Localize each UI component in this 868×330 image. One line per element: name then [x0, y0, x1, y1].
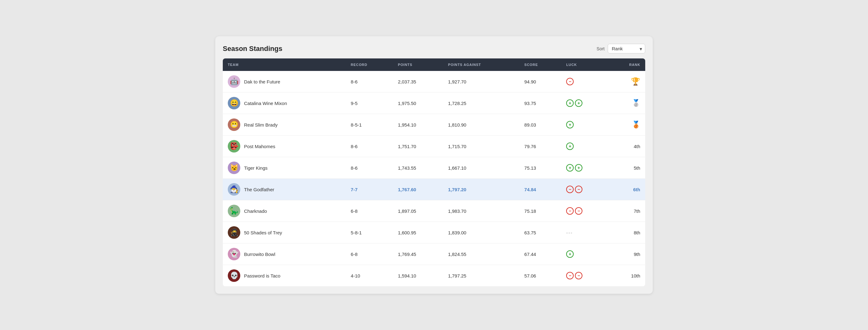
rank-cell: 10th	[608, 265, 645, 287]
rank-text: 6th	[633, 187, 641, 192]
sort-select[interactable]: Rank Points Record	[608, 44, 645, 54]
record-cell: 8-6	[346, 71, 393, 92]
table-row[interactable]: 👺 Post Mahomes 8-6 1,751.70 1,715.70 79.…	[223, 136, 645, 157]
rank-trophy-silver: 🥈	[632, 99, 640, 107]
score-cell: 94.90	[519, 71, 561, 92]
points-cell: 1,594.10	[393, 265, 443, 287]
team-name: The Godfather	[244, 187, 274, 192]
team-cell: 👻 Burrowito Bowl	[223, 243, 346, 265]
standings-table: TEAM RECORD POINTS POINTS AGAINST SCORE …	[223, 58, 645, 286]
avatar: 😬	[228, 118, 240, 131]
luck-cell: ++	[566, 164, 603, 172]
rank-text: 4th	[634, 144, 640, 149]
team-name: Tiger Kings	[244, 165, 268, 171]
table-row[interactable]: 👻 Burrowito Bowl 6-8 1,769.45 1,824.55 6…	[223, 243, 645, 265]
points-against-cell: 1,715.70	[443, 136, 519, 157]
col-record: RECORD	[346, 58, 393, 71]
table-row[interactable]: 🧙‍♂️ The Godfather 7-7 1,767.60 1,797.20…	[223, 179, 645, 200]
luck-minus-icon: −	[575, 272, 582, 279]
col-score: SCORE	[519, 58, 561, 71]
luck-dash: ---	[566, 230, 573, 235]
score-cell: 75.13	[519, 157, 561, 179]
team-cell: 😼 Tiger Kings	[223, 157, 346, 179]
table-header: TEAM RECORD POINTS POINTS AGAINST SCORE …	[223, 58, 645, 71]
luck-td: −−	[561, 179, 608, 200]
luck-cell: +	[566, 143, 603, 150]
rank-cell: 7th	[608, 200, 645, 222]
rank-text: 7th	[634, 208, 640, 214]
page-title: Season Standings	[223, 45, 282, 53]
points-against-cell: 1,983.70	[443, 200, 519, 222]
luck-minus-icon: −	[566, 207, 574, 215]
rank-text: 5th	[634, 165, 640, 171]
rank-text: 9th	[634, 251, 640, 257]
avatar: 🦕	[228, 205, 240, 217]
team-name: Dak to the Future	[244, 79, 280, 84]
rank-cell: 🥈	[608, 92, 645, 114]
sort-controls: Sort Rank Points Record	[596, 44, 645, 54]
points-cell: 1,897.05	[393, 200, 443, 222]
table-row[interactable]: 🥷 50 Shades of Trey 5-8-1 1,600.95 1,839…	[223, 222, 645, 243]
team-cell: 🤖 Dak to the Future	[223, 71, 346, 92]
record-cell: 9-5	[346, 92, 393, 114]
avatar: 😄	[228, 97, 240, 109]
team-cell: 💀 Password is Taco	[223, 265, 346, 287]
team-name: Burrowito Bowl	[244, 251, 275, 257]
avatar: 💀	[228, 269, 240, 282]
rank-trophy-gold: 🏆	[631, 77, 640, 86]
team-cell: 😬 Real Slim Brady	[223, 114, 346, 136]
team-cell: 🦕 Charknado	[223, 200, 346, 222]
points-cell: 1,769.45	[393, 243, 443, 265]
team-name: 50 Shades of Trey	[244, 230, 282, 235]
luck-cell: +	[566, 121, 603, 128]
team-cell: 🥷 50 Shades of Trey	[223, 222, 346, 243]
team-name: Catalina Wine Mixon	[244, 101, 287, 106]
table-row[interactable]: 💀 Password is Taco 4-10 1,594.10 1,797.2…	[223, 265, 645, 287]
table-row[interactable]: 😄 Catalina Wine Mixon 9-5 1,975.50 1,728…	[223, 92, 645, 114]
header-row: Season Standings Sort Rank Points Record	[223, 44, 645, 54]
col-points-against: POINTS AGAINST	[443, 58, 519, 71]
score-cell: 93.75	[519, 92, 561, 114]
rank-cell: 9th	[608, 243, 645, 265]
table-body: 🤖 Dak to the Future 8-6 2,037.35 1,927.7…	[223, 71, 645, 286]
points-against-cell: 1,728.25	[443, 92, 519, 114]
table-row[interactable]: 🦕 Charknado 6-8 1,897.05 1,983.70 75.18 …	[223, 200, 645, 222]
sort-select-wrapper[interactable]: Rank Points Record	[608, 44, 645, 54]
points-cell: 1,975.50	[393, 92, 443, 114]
luck-td: +	[561, 136, 608, 157]
points-against-cell: 1,797.25	[443, 265, 519, 287]
avatar: 🧙‍♂️	[228, 183, 240, 196]
points-cell: 1,751.70	[393, 136, 443, 157]
points-against-cell: 1,797.20	[443, 179, 519, 200]
luck-plus-icon: +	[566, 164, 574, 172]
rank-cell: 6th	[608, 179, 645, 200]
record-cell: 8-6	[346, 136, 393, 157]
luck-cell: +	[566, 250, 603, 258]
luck-plus-icon: +	[566, 143, 574, 150]
team-name: Charknado	[244, 208, 267, 214]
luck-cell: −−	[566, 186, 603, 193]
col-points: POINTS	[393, 58, 443, 71]
team-name: Password is Taco	[244, 273, 280, 278]
luck-plus-icon: +	[575, 99, 582, 107]
luck-td: +	[561, 243, 608, 265]
col-team: TEAM	[223, 58, 346, 71]
luck-plus-icon: +	[566, 250, 574, 258]
luck-td: ++	[561, 157, 608, 179]
avatar: 👺	[228, 140, 240, 152]
table-row[interactable]: 😼 Tiger Kings 8-6 1,743.55 1,667.10 75.1…	[223, 157, 645, 179]
table-row[interactable]: 🤖 Dak to the Future 8-6 2,037.35 1,927.7…	[223, 71, 645, 92]
score-cell: 89.03	[519, 114, 561, 136]
luck-cell: −	[566, 78, 603, 85]
score-cell: 74.84	[519, 179, 561, 200]
points-against-cell: 1,810.90	[443, 114, 519, 136]
team-name: Post Mahomes	[244, 144, 275, 149]
luck-td: ---	[561, 222, 608, 243]
luck-minus-icon: −	[566, 186, 574, 193]
luck-cell: −−	[566, 272, 603, 279]
record-cell: 6-8	[346, 200, 393, 222]
table-row[interactable]: 😬 Real Slim Brady 8-5-1 1,954.10 1,810.9…	[223, 114, 645, 136]
main-container: Season Standings Sort Rank Points Record…	[215, 36, 653, 294]
avatar: 🥷	[228, 226, 240, 239]
score-cell: 57.06	[519, 265, 561, 287]
